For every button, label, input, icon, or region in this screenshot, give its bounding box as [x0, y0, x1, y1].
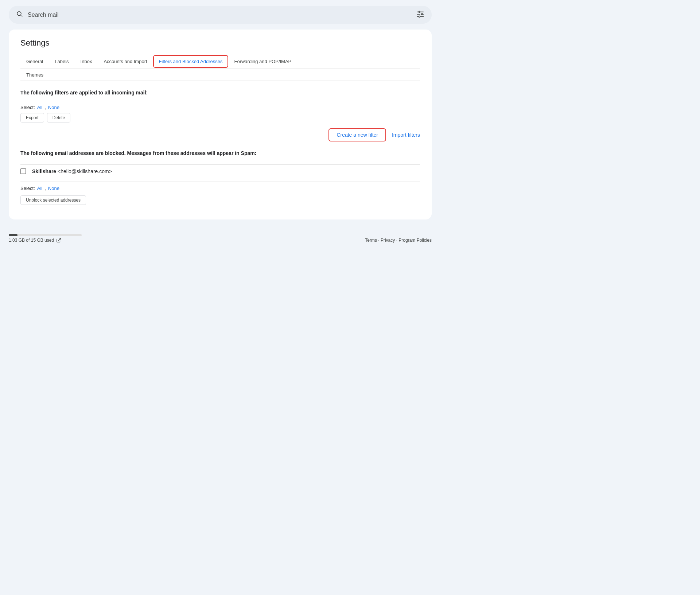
blocked-item-checkbox[interactable]: [20, 168, 26, 174]
storage-bar-container: [9, 234, 82, 236]
filters-select-label: Select:: [20, 105, 35, 110]
delete-button[interactable]: Delete: [47, 113, 71, 122]
create-new-filter-button[interactable]: Create a new filter: [328, 128, 386, 141]
filters-select-none[interactable]: None: [48, 105, 59, 110]
blocked-select-comma: ,: [44, 186, 46, 191]
storage-amount: 1.03 GB of 15 GB used: [9, 238, 54, 243]
search-bar: Search mail: [9, 6, 432, 24]
privacy-link[interactable]: Privacy: [381, 238, 395, 243]
blocked-select-label: Select:: [20, 186, 35, 191]
nav-tabs-row2: Themes: [20, 69, 420, 81]
storage-text: 1.03 GB of 15 GB used: [9, 238, 82, 243]
footer-bottom: 1.03 GB of 15 GB used Terms · Privacy · …: [9, 234, 432, 243]
divider-1: [20, 100, 420, 100]
settings-title: Settings: [20, 38, 420, 48]
storage-info: 1.03 GB of 15 GB used: [9, 234, 82, 243]
search-icon: [16, 11, 23, 19]
filters-select-all[interactable]: All: [37, 105, 42, 110]
blocked-select-row: Select: All , None: [20, 182, 420, 191]
blocked-item: Skillshare <hello@skillshare.com>: [20, 164, 420, 178]
tab-forwarding-pop[interactable]: Forwarding and POP/IMAP: [228, 55, 297, 69]
export-button[interactable]: Export: [20, 113, 44, 122]
separator-1: ·: [378, 238, 381, 243]
settings-content: The following filters are applied to all…: [20, 81, 420, 211]
filters-btn-row: Export Delete: [20, 113, 420, 122]
tab-general[interactable]: General: [20, 55, 49, 69]
terms-link[interactable]: Terms: [365, 238, 377, 243]
tab-accounts-import[interactable]: Accounts and Import: [98, 55, 153, 69]
blocked-email-address: <hello@skillshare.com>: [58, 168, 112, 174]
unblock-selected-button[interactable]: Unblock selected addresses: [20, 195, 86, 205]
blocked-email-text: Skillshare <hello@skillshare.com>: [32, 168, 112, 174]
tab-themes[interactable]: Themes: [20, 69, 49, 82]
tab-labels[interactable]: Labels: [49, 55, 74, 69]
filters-select-row: Select: All , None: [20, 105, 420, 110]
blocked-select-none[interactable]: None: [48, 186, 59, 191]
filters-select-comma: ,: [44, 105, 46, 110]
tab-inbox[interactable]: Inbox: [75, 55, 98, 69]
filter-adjust-icon[interactable]: [416, 10, 424, 19]
action-row: Create a new filter Import filters: [20, 128, 420, 141]
search-placeholder: Search mail: [28, 12, 58, 18]
program-policies-link[interactable]: Program Policies: [398, 238, 432, 243]
footer-links: Terms · Privacy · Program Policies: [365, 238, 432, 243]
tab-filters-blocked[interactable]: Filters and Blocked Addresses: [153, 55, 229, 68]
external-link-icon[interactable]: [56, 238, 61, 243]
footer: 1.03 GB of 15 GB used Terms · Privacy · …: [9, 234, 432, 243]
import-filters-link[interactable]: Import filters: [392, 132, 420, 138]
blocked-select-all[interactable]: All: [37, 186, 42, 191]
divider-2: [20, 160, 420, 160]
storage-bar-fill: [9, 234, 18, 236]
nav-tabs-row1: General Labels Inbox Accounts and Import…: [20, 55, 420, 69]
filters-heading: The following filters are applied to all…: [20, 90, 420, 96]
blocked-email-name: Skillshare: [32, 168, 56, 174]
settings-container: Settings General Labels Inbox Accounts a…: [9, 30, 432, 219]
blocked-addresses-heading: The following email addresses are blocke…: [20, 150, 420, 156]
